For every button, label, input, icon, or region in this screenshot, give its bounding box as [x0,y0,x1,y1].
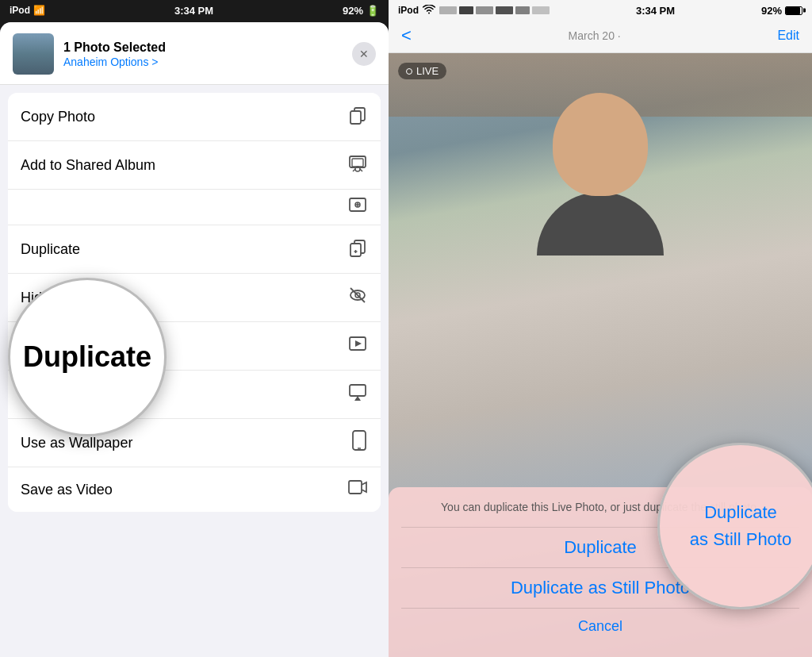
menu-item-duplicate[interactable]: Duplicate [8,225,381,274]
svg-rect-24 [349,481,362,494]
phone-icon [350,430,368,455]
hide-icon [347,285,368,310]
menu-item-copy-photo[interactable]: Copy Photo [8,93,381,141]
video-icon [347,478,368,501]
carrier-label-right: iPod [398,5,419,16]
share-header: 1 Photo Selected Anaheim Options > ✕ [0,22,389,85]
swatch-6 [532,6,550,14]
copy-photo-label: Copy Photo [21,109,95,125]
svg-line-6 [360,169,362,171]
share-subtitle: Anaheim Options > [63,56,343,68]
person-face [537,93,664,252]
photo-view: LIVE You can duplicate this Live Photo, … [389,53,812,657]
svg-rect-22 [353,431,366,450]
nav-date: March 20 · [569,29,621,42]
selected-photo-thumb [13,33,54,75]
airplay-icon [347,382,368,407]
shared-album-icon [347,152,368,178]
edit-button[interactable]: Edit [777,29,799,43]
swatch-2 [459,6,473,14]
status-bar-left: iPod 📶 3:34 PM 92% 🔋 [0,0,389,21]
share-header-text: 1 Photo Selected Anaheim Options > [63,40,343,68]
wifi-icon-right [423,5,435,17]
battery-area-right: 92% [761,5,802,17]
add-shared-album-label: Add to Shared Album [21,157,155,174]
svg-marker-19 [355,340,362,347]
add-album-icon [347,194,368,220]
battery-pct-right: 92% [761,5,782,17]
share-title: 1 Photo Selected [63,40,343,55]
live-dot [406,68,412,75]
nav-bar-right: < March 20 · Edit [389,21,812,53]
wifi-icon-left: 📶 [33,5,45,16]
time-left: 3:34 PM [174,5,213,17]
carrier-label-left: iPod [10,5,30,16]
svg-line-5 [353,169,355,171]
svg-rect-3 [352,159,363,167]
battery-area-left: 92% 🔋 [343,5,379,17]
wallpaper-label: Use as Wallpaper [21,435,132,451]
slideshow-icon [347,333,368,359]
battery-icon-left: 🔋 [366,5,379,17]
magnifier-text-right-2: as Still Photo [690,529,791,550]
save-video-label: Save as Video [21,482,113,498]
close-button[interactable]: ✕ [352,42,376,66]
duplicate-icon [347,236,368,262]
live-badge: LIVE [398,63,446,79]
carrier-wifi-left: iPod 📶 [10,5,45,16]
menu-item-add-shared-album[interactable]: Add to Shared Album [8,141,381,190]
live-label: LIVE [416,65,439,77]
duplicate-magnifier-left: Duplicate [8,278,167,436]
left-panel: iPod 📶 3:34 PM 92% 🔋 1 Photo Selected An… [0,0,389,657]
cancel-button[interactable]: Cancel [401,608,799,644]
copy-icon [347,104,368,129]
status-bar-right: iPod 3:34 PM 92% [389,0,812,21]
battery-icon-right [785,6,802,15]
right-panel: iPod 3:34 PM 92% [389,0,812,657]
svg-rect-1 [350,111,361,124]
swatch-4 [496,6,513,14]
menu-item-add-album[interactable]: um [8,190,381,225]
options-link[interactable]: Options > [110,56,158,68]
battery-pct-left: 92% [343,5,363,17]
swatch-5 [515,6,530,14]
magnifier-text-right-1: Duplicate [704,502,777,523]
back-button[interactable]: < [401,25,412,46]
location-label: Anaheim [63,56,110,68]
menu-item-save-video[interactable]: Save as Video [8,467,381,512]
duplicate-magnifier-right: Duplicate as Still Photo [657,443,812,609]
duplicate-label: Duplicate [21,241,80,258]
swatch-1 [439,6,457,14]
face-head [553,93,648,196]
time-right: 3:34 PM [636,5,675,17]
status-color-bar [439,6,550,14]
carrier-wifi-right: iPod [398,5,550,17]
svg-rect-20 [350,385,366,396]
swatch-3 [476,6,493,14]
magnifier-text-left: Duplicate [23,340,151,374]
face-body [537,192,664,256]
